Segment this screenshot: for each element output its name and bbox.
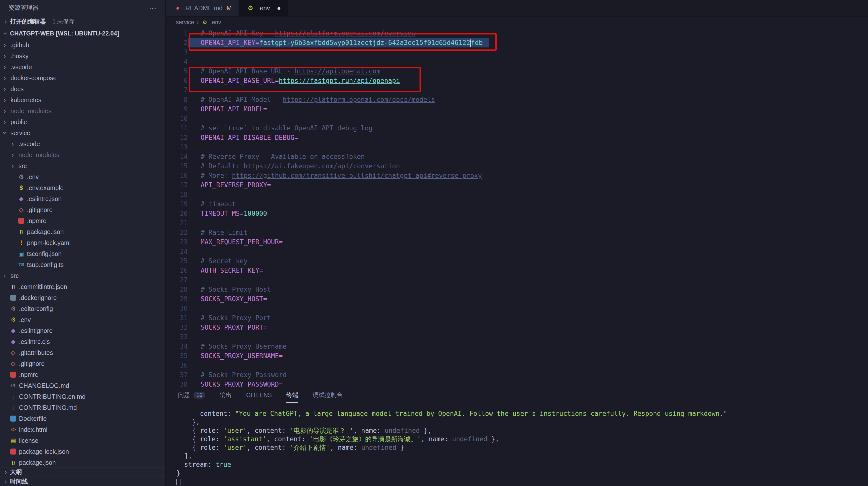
- folder-src[interactable]: ›src: [0, 160, 165, 171]
- code-line-29[interactable]: 29SOCKS_PROXY_HOST=: [166, 294, 868, 304]
- file-.gitignore[interactable]: ◇.gitignore: [0, 204, 165, 215]
- file-tsconfig.json[interactable]: ▣tsconfig.json: [0, 248, 165, 259]
- folder-node_modules[interactable]: ›node_modules: [0, 105, 165, 116]
- panel-tab-调试控制台[interactable]: 调试控制台: [313, 388, 343, 403]
- code-line-10[interactable]: 10: [166, 114, 868, 123]
- file-package-lock.json[interactable]: package-lock.json: [0, 446, 165, 457]
- code-line-4[interactable]: 4: [166, 57, 868, 66]
- file-.eslintignore[interactable]: ◆.eslintignore: [0, 325, 165, 336]
- terminal-line: },: [177, 418, 868, 426]
- file-.npmrc[interactable]: .npmrc: [0, 369, 165, 380]
- code-line-20[interactable]: 20TIMEOUT_MS=100000: [166, 209, 868, 218]
- code-line-16[interactable]: 16# More: https://github.com/transitive-…: [166, 171, 868, 180]
- folder-.vscode[interactable]: ›.vscode: [0, 61, 165, 73]
- breadcrumb-item-service[interactable]: service: [176, 19, 194, 26]
- code-line-14[interactable]: 14# Reverse Proxy - Available on accessT…: [166, 152, 868, 161]
- terminal-output[interactable]: content: "You are ChatGPT, a large langu…: [166, 403, 868, 486]
- sidebar-section-大纲[interactable]: ›大纲: [0, 467, 165, 477]
- terminal-token: },: [177, 418, 200, 426]
- line-number: 23: [166, 237, 188, 247]
- more-actions-icon[interactable]: ⋯: [149, 3, 157, 12]
- code-token: # Socks Proxy Username: [200, 343, 286, 350]
- sidebar-bottom-sections: ›大纲›时间线: [0, 467, 165, 486]
- folder-.github[interactable]: ›.github: [0, 39, 165, 51]
- file-.env.example[interactable]: $.env.example: [0, 182, 165, 193]
- code-line-27[interactable]: 27: [166, 275, 868, 285]
- file-.eslintrc.json[interactable]: ◆.eslintrc.json: [0, 193, 165, 204]
- sidebar-section-时间线[interactable]: ›时间线: [0, 477, 165, 486]
- code-line-21[interactable]: 21: [166, 218, 868, 228]
- code-line-31[interactable]: 31# Socks Proxy Port: [166, 313, 868, 323]
- file-.eslintrc.cjs[interactable]: ◆.eslintrc.cjs: [0, 336, 165, 347]
- code-line-17[interactable]: 17API_REVERSE_PROXY=: [166, 180, 868, 190]
- code-line-36[interactable]: 36: [166, 361, 868, 370]
- code-text: # More: https://github.com/transitive-bu…: [188, 171, 482, 180]
- code-line-33[interactable]: 33: [166, 332, 868, 342]
- file-.gitattributes[interactable]: ◇.gitattributes: [0, 347, 165, 358]
- file-Dockerfile[interactable]: Dockerfile: [0, 413, 165, 424]
- folder-docs[interactable]: ›docs: [0, 83, 165, 94]
- folder-src[interactable]: ›src: [0, 270, 165, 281]
- code-token: # More:: [200, 172, 232, 179]
- code-line-32[interactable]: 32SOCKS_PROXY_PORT=: [166, 323, 868, 332]
- bottom-panel: 问题16输出GITLENS终端调试控制台 content: "You are C…: [166, 388, 868, 486]
- file-tsup.config.ts[interactable]: TStsup.config.ts: [0, 259, 165, 270]
- file-label: .env: [27, 173, 39, 180]
- code-line-9[interactable]: 9OPENAI_API_MODEL=: [166, 105, 868, 114]
- code-line-11[interactable]: 11# set `true` to disable OpenAI API deb…: [166, 123, 868, 133]
- git-icon: ◇: [17, 205, 26, 214]
- folder-kubernetes[interactable]: ›kubernetes: [0, 94, 165, 105]
- file-package.json[interactable]: {}package.json: [0, 226, 165, 237]
- panel-tab-输出[interactable]: 输出: [220, 388, 231, 403]
- tab-README.md[interactable]: ●README.mdM: [166, 0, 239, 16]
- file-license[interactable]: ▤license: [0, 435, 165, 446]
- code-line-38[interactable]: 38SOCKS_PROXY_PASSWORD=: [166, 380, 868, 388]
- code-line-18[interactable]: 18: [166, 190, 868, 199]
- code-line-23[interactable]: 23MAX_REQUEST_PER_HOUR=: [166, 237, 868, 247]
- file-.editorconfig[interactable]: ⚙.editorconfig: [0, 303, 165, 314]
- file-CONTRIBUTING.en.md[interactable]: ↓CONTRIBUTING.en.md: [0, 391, 165, 402]
- gear-gray-icon: ⚙: [9, 305, 18, 313]
- code-line-25[interactable]: 25# Secret key: [166, 256, 868, 266]
- code-line-26[interactable]: 26AUTH_SECRET_KEY=: [166, 266, 868, 275]
- folder-.husky[interactable]: ›.husky: [0, 51, 165, 61]
- panel-tab-问题[interactable]: 问题16: [178, 388, 205, 403]
- code-line-37[interactable]: 37# Socks Proxy Password: [166, 370, 868, 380]
- code-line-12[interactable]: 12OPENAI_API_DISABLE_DEBUG=: [166, 133, 868, 142]
- file-pnpm-lock.yaml[interactable]: !pnpm-lock.yaml: [0, 237, 165, 248]
- code-line-35[interactable]: 35SOCKS_PROXY_USERNAME=: [166, 351, 868, 361]
- folder-docker-compose[interactable]: ›docker-compose: [0, 73, 165, 83]
- file-.env[interactable]: ⚙.env: [0, 171, 165, 182]
- panel-tab-GITLENS[interactable]: GITLENS: [246, 388, 272, 403]
- panel-tab-终端[interactable]: 终端: [286, 388, 298, 403]
- chevron-right-icon: ›: [8, 140, 17, 148]
- file-index.html[interactable]: <>index.html: [0, 424, 165, 435]
- code-line-13[interactable]: 13: [166, 142, 868, 152]
- file-.npmrc[interactable]: .npmrc: [0, 215, 165, 226]
- code-line-8[interactable]: 8# OpenAI API Model - https://platform.o…: [166, 95, 868, 105]
- file-CONTRIBUTING.md[interactable]: ↓CONTRIBUTING.md: [0, 402, 165, 413]
- project-root-section[interactable]: › CHATGPT-WEB [WSL: UBUNTU-22.04]: [0, 27, 165, 39]
- code-line-15[interactable]: 15# Default: https://ai.fakeopen.com/api…: [166, 161, 868, 171]
- tab-.env[interactable]: ⚙.env●: [239, 0, 288, 16]
- open-editors-section[interactable]: › 打开的编辑器 1 未保存: [0, 16, 165, 27]
- folder-public[interactable]: ›public: [0, 116, 165, 127]
- code-line-22[interactable]: 22# Rate Limit: [166, 228, 868, 237]
- file-CHANGELOG.md[interactable]: ↺CHANGELOG.md: [0, 380, 165, 391]
- file-.env[interactable]: ⚙.env: [0, 314, 165, 325]
- explorer-title: 资源管理器: [8, 4, 38, 12]
- file-.commitlintrc.json[interactable]: {}.commitlintrc.json: [0, 281, 165, 292]
- folder-node_modules[interactable]: ›node_modules: [0, 149, 165, 160]
- folder-.vscode[interactable]: ›.vscode: [0, 138, 165, 149]
- breadcrumb-item-.env[interactable]: ⚙.env: [202, 19, 221, 26]
- file-.gitignore[interactable]: ◇.gitignore: [0, 358, 165, 369]
- file-.dockerignore[interactable]: .dockerignore: [0, 292, 165, 303]
- file-label: .vscode: [10, 63, 32, 71]
- code-line-19[interactable]: 19# timeout: [166, 199, 868, 209]
- code-line-28[interactable]: 28# Socks Proxy Host: [166, 285, 868, 294]
- code-line-24[interactable]: 24: [166, 247, 868, 256]
- file-package.json[interactable]: {}package.json: [0, 457, 165, 467]
- code-line-34[interactable]: 34# Socks Proxy Username: [166, 342, 868, 351]
- folder-service[interactable]: ›service: [0, 127, 165, 138]
- code-line-30[interactable]: 30: [166, 304, 868, 313]
